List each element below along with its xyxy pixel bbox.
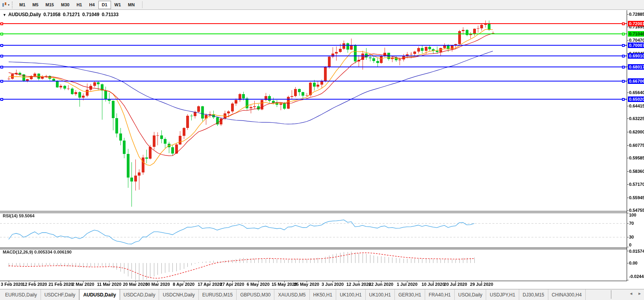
date-tick-label: 17 Apr 2020	[198, 282, 222, 287]
price-tick-label: 0.63225	[629, 116, 644, 121]
price-level-tag: 0.72001	[628, 21, 644, 26]
toolbar-grip[interactable]	[12, 2, 14, 8]
price-tick-label: 0.55945	[629, 195, 644, 200]
price-tick-label: 0.57170	[629, 181, 644, 187]
collapse-triangle-icon[interactable]: ▼	[3, 13, 6, 17]
price-tick-label: 0.60775	[629, 143, 644, 148]
ohlc-close: 0.71133	[102, 12, 118, 17]
date-tick-label: 25 May 2020	[294, 282, 319, 287]
chart-tab-USDJPY-H1[interactable]: USDJPY,H1	[486, 289, 519, 300]
tab-bar-separator	[611, 290, 611, 299]
price-tick-label: 0.72885	[629, 11, 644, 17]
chart-tab-DJ30-M15[interactable]: DJ30,M15	[519, 289, 548, 300]
date-tick-label: 20 Jul 2020	[444, 282, 467, 287]
date-tick-label: 11 Mar 2020	[97, 282, 122, 287]
price-level-tag: 0.69010	[628, 53, 644, 59]
chart-tab-UK100-H1[interactable]: UK100,H1	[366, 289, 395, 300]
tab-scroll-arrows: ◄ ►	[629, 291, 642, 296]
chart-tab-UK100-H1[interactable]: UK100,H1	[336, 289, 365, 300]
chevron-down-icon[interactable]: ▾	[8, 3, 9, 7]
price-level-tag: 0.65020	[628, 96, 644, 102]
date-tick-label: 29 Jul 2020	[470, 282, 493, 287]
symbol-label: AUDUSD,Daily	[8, 12, 41, 17]
date-tick-label: 21 Feb 2020	[48, 282, 73, 287]
rsi-axis-label: 0	[629, 242, 631, 248]
date-tick-label: 27 Apr 2020	[220, 282, 244, 287]
timeframe-button-W1[interactable]: W1	[111, 1, 125, 9]
timeframe-button-H1[interactable]: H1	[73, 1, 85, 9]
timeframe-button-M1[interactable]: M1	[16, 1, 29, 9]
date-tick-label: 2 Mar 2020	[72, 282, 94, 287]
chart-tab-FRA40-H1[interactable]: FRA40,H1	[425, 289, 455, 300]
chart-tab-EURUSD-Daily[interactable]: EURUSD,Daily	[2, 289, 41, 300]
rsi-axis-label: 30	[629, 234, 634, 240]
price-tick-label: 0.59585	[629, 155, 644, 161]
date-tick-label: 22 Jun 2020	[369, 282, 393, 287]
date-tick-label: 12 Jun 2020	[346, 282, 371, 287]
chart-tab-HK50-H1[interactable]: HK50,H1	[310, 289, 337, 300]
price-level-tag: 0.68017	[628, 64, 644, 70]
date-tick-label: 6 May 2020	[247, 282, 270, 287]
macd-indicator-label: MACD(12,26,9) 0.005334 0.006190	[3, 250, 72, 254]
rsi-axis-label: 100	[629, 212, 636, 218]
date-tick-label: 10 Jul 2020	[422, 282, 445, 287]
chart-tab-AUDUSD-Daily[interactable]: AUDUSD,Daily	[79, 289, 120, 300]
rsi-indicator-label: RSI(14) 59.5064	[3, 213, 35, 218]
ohlc-high: 0.71271	[63, 12, 80, 17]
chart-canvas[interactable]	[0, 0, 644, 300]
macd-axis-label: 0.015741	[629, 248, 644, 254]
toolbar-separator	[142, 1, 142, 8]
chart-tab-GER30-H1[interactable]: GER30,H1	[395, 289, 425, 300]
chart-tab-USDCNH-Daily[interactable]: USDCNH,Daily	[159, 289, 198, 300]
trading-platform-window: ▾ M1M5M15M30H1H4D1W1MN ▼AUDUSD,Daily0.71…	[0, 0, 644, 300]
date-tick-label: 3 Feb 2020	[1, 282, 23, 287]
ohlc-low: 0.71049	[82, 12, 99, 17]
timeframe-button-M30[interactable]: M30	[57, 1, 73, 9]
date-tick-label: 20 Mar 2020	[123, 282, 147, 287]
drawing-tool-icon[interactable]	[2, 2, 7, 7]
chart-tab-USDCAD-Daily[interactable]: USDCAD,Daily	[120, 289, 159, 300]
timeframe-button-D1[interactable]: D1	[98, 1, 111, 9]
price-level-tag: 0.70007	[628, 43, 644, 48]
price-tick-label: 0.64415	[629, 103, 644, 109]
price-tick-label: 0.58360	[629, 169, 644, 174]
price-level-tag: 0.66706	[628, 78, 644, 84]
date-tick-label: 30 Mar 2020	[145, 282, 170, 287]
date-tick-label: 15 May 2020	[272, 282, 297, 287]
chart-tab-USDCHF-Daily[interactable]: USDCHF,Daily	[41, 289, 80, 300]
price-tick-label: 0.65640	[629, 90, 644, 95]
date-tick-label: 8 Apr 2020	[173, 282, 194, 287]
price-tick-label: 0.70470	[629, 37, 644, 43]
chart-tab-CHINA300-H4[interactable]: CHINA300,H4	[548, 289, 586, 300]
rsi-axis-label: 70	[629, 220, 634, 226]
chart-tab-GBPUSD-M30[interactable]: GBPUSD,M30	[237, 289, 274, 300]
date-tick-label: 1 Jul 2020	[397, 282, 418, 287]
date-tick-label: 12 Feb 2020	[22, 282, 47, 287]
tab-scroll-right-button[interactable]: ►	[638, 291, 642, 296]
chart-tab-XAUUSD-M5[interactable]: XAUUSD,M5	[274, 289, 309, 300]
date-tick-label: 3 Jun 2020	[322, 282, 344, 287]
timeframe-button-H4[interactable]: H4	[85, 1, 98, 9]
price-level-tag: 0.71046	[628, 31, 644, 37]
macd-axis-label: 0.00	[629, 260, 637, 266]
chart-tab-USOil-Daily[interactable]: USOil,Daily	[455, 289, 486, 300]
macd-axis-label: -0.02441	[629, 274, 644, 279]
ohlc-open: 0.71058	[43, 12, 60, 17]
chart-tab-EURUSD-M15[interactable]: EURUSD,M15	[199, 289, 237, 300]
timeframe-buttons: M1M5M15M30H1H4D1W1MN	[16, 1, 138, 9]
chart-title: ▼AUDUSD,Daily0.710580.712710.710490.7113…	[3, 12, 121, 17]
chart-tab-bar: EURUSD,DailyUSDCHF,DailyAUDUSD,DailyUSDC…	[0, 289, 644, 300]
timeframe-button-M5[interactable]: M5	[29, 1, 42, 9]
timeframe-button-MN[interactable]: MN	[124, 1, 138, 9]
tab-scroll-left-button[interactable]: ◄	[629, 291, 633, 296]
timeframe-toolbar: ▾ M1M5M15M30H1H4D1W1MN	[0, 0, 644, 10]
price-tick-label: 0.62000	[629, 129, 644, 135]
timeframe-button-M15[interactable]: M15	[42, 1, 57, 9]
